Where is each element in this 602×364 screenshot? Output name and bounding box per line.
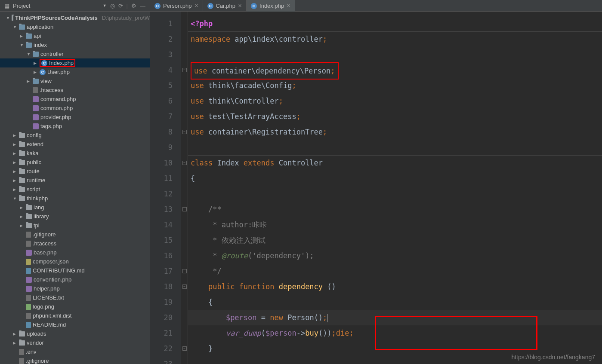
tree-item[interactable]: ▶public (0, 158, 150, 167)
tree-item[interactable]: ▶runtime (0, 176, 150, 185)
target-icon[interactable]: ◎ (110, 3, 115, 9)
tab-car-php[interactable]: CCar.php✕ (203, 0, 247, 12)
code-line[interactable]: use container\dependency\Person; (188, 62, 602, 78)
tree-item[interactable]: provider.php (0, 113, 150, 122)
code-line[interactable]: <?php (188, 16, 602, 31)
fold-icon[interactable]: − (182, 284, 187, 289)
tree-item[interactable]: .gitignore (0, 356, 150, 364)
close-icon[interactable]: ✕ (238, 3, 242, 9)
expand-icon[interactable]: ▼ (27, 52, 31, 56)
code-line[interactable]: { (188, 171, 602, 186)
tree-item[interactable]: ▶kaka (0, 149, 150, 158)
expand-icon[interactable]: ▶ (13, 142, 17, 147)
expand-icon[interactable]: ▼ (13, 25, 17, 29)
code-line[interactable]: * @route('dependency'); (188, 248, 602, 263)
fold-icon[interactable]: − (182, 161, 187, 165)
tree-item[interactable]: .gitignore (0, 230, 150, 239)
tree-item[interactable]: ▶CIndex.php (0, 58, 150, 67)
expand-icon[interactable]: ▼ (13, 196, 17, 201)
expand-icon[interactable]: ▶ (13, 151, 17, 156)
fold-icon[interactable]: − (182, 68, 187, 72)
project-tree[interactable]: ▼ThinkPHPSourceCodeAnalysisD:\phpstudy_p… (0, 12, 150, 364)
tree-item[interactable]: tags.php (0, 122, 150, 131)
tree-item[interactable]: logo.png (0, 302, 150, 311)
close-icon[interactable]: ✕ (194, 3, 198, 9)
expand-icon[interactable]: ▶ (34, 70, 38, 74)
code-line[interactable]: use container\RegistrationTree; (188, 124, 602, 140)
expand-icon[interactable]: ▶ (13, 332, 17, 336)
tree-item[interactable]: README.md (0, 320, 150, 329)
tree-item[interactable]: ▼thinkphp (0, 194, 150, 203)
code-line[interactable]: namespace app\index\controller; (188, 31, 602, 47)
expand-icon[interactable]: ▶ (20, 223, 24, 228)
tree-item[interactable]: ▼controller (0, 49, 150, 58)
fold-column[interactable]: −−−−−−− (181, 12, 188, 364)
tree-item[interactable]: common.php (0, 104, 150, 113)
tree-item[interactable]: ▶route (0, 167, 150, 176)
tree-item[interactable]: ▼ThinkPHPSourceCodeAnalysisD:\phpstudy_p… (0, 13, 150, 22)
expand-icon[interactable]: ▶ (20, 205, 24, 210)
tree-item[interactable]: ▶uploads (0, 329, 150, 338)
tab-index-php[interactable]: CIndex.php✕ (247, 0, 295, 12)
expand-icon[interactable]: ▶ (13, 341, 17, 345)
code-line[interactable]: var_dump($person->buy());die; (188, 325, 602, 341)
fold-icon[interactable]: − (182, 130, 187, 134)
tree-item[interactable]: .env (0, 347, 150, 356)
tree-item[interactable]: ▶view (0, 76, 150, 86)
expand-icon[interactable]: ▶ (13, 178, 17, 183)
tree-item[interactable]: ▶script (0, 185, 150, 194)
code-line[interactable]: use test\TestArrayAccess; (188, 109, 602, 124)
tree-item[interactable]: helper.php (0, 284, 150, 293)
expand-icon[interactable]: ▶ (20, 34, 24, 38)
tree-item[interactable]: CONTRIBUTING.md (0, 266, 150, 275)
tree-item[interactable]: ▼application (0, 22, 150, 31)
tree-item[interactable]: phpunit.xml.dist (0, 311, 150, 320)
expand-icon[interactable]: ▶ (34, 61, 38, 65)
code-line[interactable]: */ (188, 263, 602, 279)
code-line[interactable]: /** (188, 202, 602, 217)
tree-item[interactable]: ▶vendor (0, 338, 150, 347)
fold-icon[interactable]: − (182, 207, 187, 211)
expand-icon[interactable]: ▶ (27, 79, 31, 83)
code-line[interactable]: $person = new Person(); (188, 310, 602, 325)
fold-icon[interactable]: − (182, 346, 187, 351)
tree-item[interactable]: composer.json (0, 257, 150, 266)
code-line[interactable]: { (188, 294, 602, 310)
tree-item[interactable]: ▶extend (0, 140, 150, 149)
fold-icon[interactable]: − (182, 269, 187, 273)
code-line[interactable] (188, 186, 602, 202)
tree-item[interactable]: ▶lang (0, 203, 150, 212)
tree-item[interactable]: command.php (0, 95, 150, 104)
tree-item[interactable]: ▶tpl (0, 221, 150, 230)
tree-item[interactable]: ▶library (0, 212, 150, 221)
tree-item[interactable]: base.php (0, 248, 150, 257)
code-line[interactable]: * author:咔咔 (188, 217, 602, 232)
expand-icon[interactable]: ▼ (6, 16, 10, 20)
tree-item[interactable]: ▶CUser.php (0, 67, 150, 76)
tree-item[interactable]: ▶api (0, 31, 150, 40)
code-line[interactable]: use think\facade\Config; (188, 78, 602, 93)
code-editor[interactable]: 1234567891011121314151617181920212223 −−… (150, 12, 602, 364)
code-area[interactable]: <?phpnamespace app\index\controller;use … (188, 12, 602, 364)
code-line[interactable]: class Index extends Controller (188, 155, 602, 171)
tree-item[interactable]: convention.php (0, 275, 150, 284)
code-line[interactable] (188, 47, 602, 62)
tree-item[interactable]: .htaccess (0, 239, 150, 248)
tree-item[interactable]: ▶config (0, 131, 150, 140)
refresh-icon[interactable]: ⟳ (118, 3, 123, 9)
code-line[interactable]: use think\Controller; (188, 93, 602, 109)
expand-icon[interactable]: ▶ (13, 133, 17, 138)
expand-icon[interactable]: ▶ (13, 187, 17, 192)
code-line[interactable]: public function dependency () (188, 279, 602, 294)
tree-item[interactable]: .htaccess (0, 86, 150, 95)
gear-icon[interactable]: ⚙ (131, 3, 136, 9)
code-line[interactable]: * 依赖注入测试 (188, 232, 602, 248)
tree-item[interactable]: LICENSE.txt (0, 293, 150, 302)
dropdown-icon[interactable]: ▼ (103, 3, 107, 8)
code-line[interactable] (188, 140, 602, 155)
expand-icon[interactable]: ▼ (20, 43, 24, 47)
close-icon[interactable]: ✕ (287, 3, 290, 9)
expand-icon[interactable]: ▶ (13, 169, 17, 174)
tree-item[interactable]: ▼index (0, 40, 150, 49)
expand-icon[interactable]: ▶ (20, 214, 24, 219)
